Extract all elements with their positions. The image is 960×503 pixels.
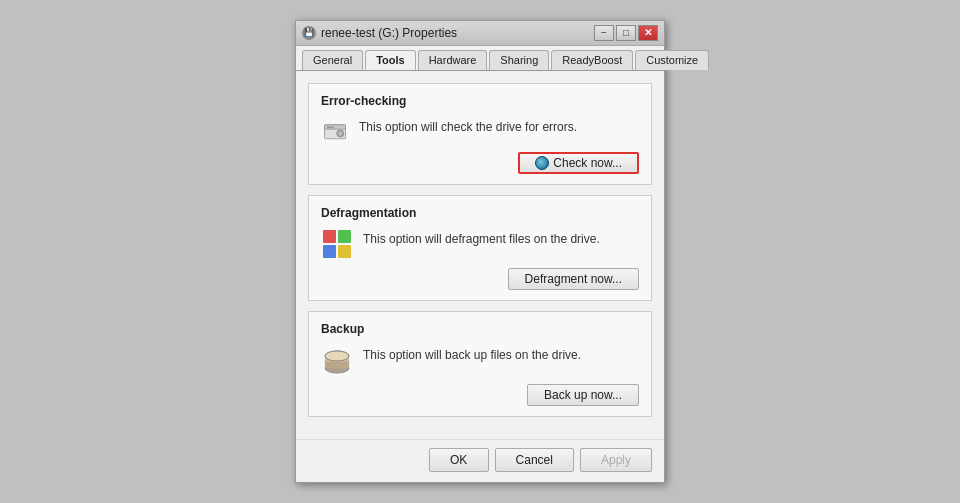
window-icon: 💾: [302, 26, 316, 40]
tab-readyboost[interactable]: ReadyBoost: [551, 50, 633, 70]
tab-content: Error-checking This option will check th…: [296, 71, 664, 440]
svg-rect-7: [323, 245, 336, 258]
globe-icon: [535, 156, 549, 170]
tabs-bar: General Tools Hardware Sharing ReadyBoos…: [296, 46, 664, 71]
defragmentation-btn-row: Defragment now...: [321, 268, 639, 290]
tab-general[interactable]: General: [302, 50, 363, 70]
svg-rect-6: [338, 230, 351, 243]
defragmentation-section: Defragmentation This option will defragm…: [308, 195, 652, 301]
check-now-button[interactable]: Check now...: [518, 152, 639, 175]
svg-point-14: [325, 351, 349, 361]
tab-tools[interactable]: Tools: [365, 50, 416, 70]
title-bar: 💾 renee-test (G:) Properties − □ ✕: [296, 21, 664, 46]
svg-rect-4: [327, 126, 334, 128]
maximize-button[interactable]: □: [616, 25, 636, 41]
defragmentation-title: Defragmentation: [321, 206, 639, 220]
title-buttons: − □ ✕: [594, 25, 658, 41]
apply-button[interactable]: Apply: [580, 448, 652, 472]
error-checking-btn-row: Check now...: [321, 152, 639, 175]
backup-icon: [321, 344, 353, 376]
error-checking-desc: This option will check the drive for err…: [359, 116, 639, 134]
minimize-button[interactable]: −: [594, 25, 614, 41]
tab-hardware[interactable]: Hardware: [418, 50, 488, 70]
ok-button[interactable]: OK: [429, 448, 489, 472]
defragmentation-desc: This option will defragment files on the…: [363, 228, 639, 246]
svg-rect-8: [338, 245, 351, 258]
error-checking-title: Error-checking: [321, 94, 639, 108]
svg-rect-13: [325, 362, 349, 368]
back-up-now-button[interactable]: Back up now...: [527, 384, 639, 406]
backup-btn-row: Back up now...: [321, 384, 639, 406]
svg-point-3: [339, 131, 343, 135]
title-bar-left: 💾 renee-test (G:) Properties: [302, 26, 457, 40]
cancel-button[interactable]: Cancel: [495, 448, 574, 472]
svg-rect-5: [323, 230, 336, 243]
defrag-icon: [321, 228, 353, 260]
error-checking-section: Error-checking This option will check th…: [308, 83, 652, 186]
backup-desc: This option will back up files on the dr…: [363, 344, 639, 362]
defragment-now-button[interactable]: Defragment now...: [508, 268, 639, 290]
defragmentation-body: This option will defragment files on the…: [321, 228, 639, 260]
backup-body: This option will back up files on the dr…: [321, 344, 639, 376]
dialog-footer: OK Cancel Apply: [296, 439, 664, 482]
close-button[interactable]: ✕: [638, 25, 658, 41]
backup-section: Backup This option will back up files on…: [308, 311, 652, 417]
window-title: renee-test (G:) Properties: [321, 26, 457, 40]
properties-window: 💾 renee-test (G:) Properties − □ ✕ Gener…: [295, 20, 665, 484]
disk-icon: [321, 116, 349, 144]
error-checking-body: This option will check the drive for err…: [321, 116, 639, 144]
tab-sharing[interactable]: Sharing: [489, 50, 549, 70]
backup-title: Backup: [321, 322, 639, 336]
tab-customize[interactable]: Customize: [635, 50, 709, 70]
